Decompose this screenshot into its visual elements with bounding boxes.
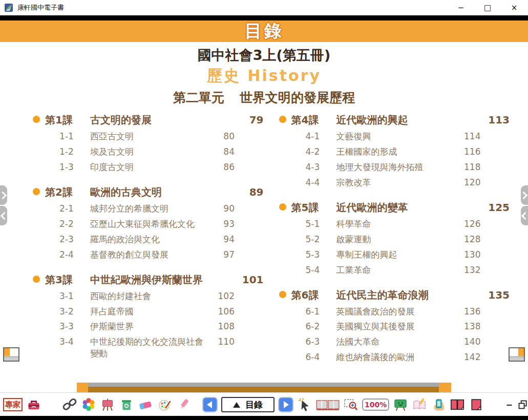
two-page-view-icon[interactable] <box>450 397 465 412</box>
lesson-title: 近代歐洲的變革 <box>336 201 485 215</box>
section-title: 中世紀後期的文化交流與社會變動 <box>90 336 210 360</box>
toc-section-item[interactable]: 4-2 王權國家的形成 116 <box>279 146 510 158</box>
lesson-page-number: 135 <box>485 288 510 302</box>
chalkboard-icon[interactable] <box>393 397 408 412</box>
toc-section-item[interactable]: 3-2 拜占庭帝國 106 <box>33 306 264 318</box>
phone-hand-glyph <box>431 397 446 412</box>
bullet-icon <box>33 188 40 195</box>
toolbox-glyph <box>27 397 41 412</box>
section-page-number: 97 <box>210 249 235 261</box>
toc-lesson-header[interactable]: 第1課 古文明的發展 79 <box>33 113 264 127</box>
one-page-view-glyph <box>469 397 483 412</box>
lesson-page-number: 89 <box>239 185 264 199</box>
bullet-icon <box>279 291 286 298</box>
toc-lesson-header[interactable]: 第4課 近代歐洲的興起 113 <box>279 113 510 127</box>
toc-section-item[interactable]: 6-2 美國獨立與其後發展 138 <box>279 321 510 332</box>
trash-glyph <box>119 397 134 412</box>
pointer-glyph <box>298 397 312 412</box>
app-window: 康軒國中電子書 − □ × 目錄 國中社會3上(第五冊) 歷史 History … <box>0 0 528 420</box>
horizontal-scrollbar[interactable] <box>77 383 451 392</box>
toolbar-minimize-button[interactable]: − <box>504 400 514 410</box>
section-title: 埃及古文明 <box>90 146 210 158</box>
toc-section-item[interactable]: 6-4 維也納會議後的歐洲 142 <box>279 351 510 363</box>
toc-section-item[interactable]: 2-4 基督教的創立與發展 97 <box>33 249 264 261</box>
one-page-view-icon[interactable] <box>469 397 484 412</box>
section-page-number: 90 <box>210 203 235 215</box>
scrollbar-thumb[interactable] <box>88 383 439 392</box>
easel-glyph <box>100 397 115 412</box>
triangle-left-icon <box>207 401 212 408</box>
toc-section-item[interactable]: 5-1 科學革命 126 <box>279 218 510 230</box>
toc-section-item[interactable]: 4-4 宗教改革 120 <box>279 177 510 188</box>
restore-glyph <box>518 400 528 410</box>
toc-section-item[interactable]: 5-3 專制王權的興起 130 <box>279 249 510 261</box>
section-page-number: 136 <box>456 306 481 318</box>
toc-section-item[interactable]: 1-2 埃及古文明 84 <box>33 146 264 158</box>
book-series-title: 國中社會3上(第五冊) <box>0 46 528 65</box>
section-number: 5-3 <box>306 249 336 261</box>
section-number: 3-2 <box>59 306 90 318</box>
notebook-icon[interactable] <box>412 397 427 412</box>
zoom-level-button[interactable]: 100% <box>362 398 389 411</box>
section-title: 美國獨立與其後發展 <box>336 321 456 332</box>
link-icon[interactable] <box>62 397 77 412</box>
bullet-icon <box>279 116 286 123</box>
toolbar-restore-button[interactable] <box>517 397 528 412</box>
toc-section-item[interactable]: 5-4 工業革命 132 <box>279 264 510 276</box>
pointer-icon[interactable] <box>297 397 312 412</box>
toc-lesson-header[interactable]: 第3課 中世紀歐洲與伊斯蘭世界 101 <box>33 273 264 287</box>
toc-section-item[interactable]: 6-3 法國大革命 140 <box>279 336 510 348</box>
right-nav-next-tab[interactable] <box>521 185 528 205</box>
highlighter-glyph <box>176 397 191 412</box>
window-minimize-button[interactable]: − <box>455 3 467 12</box>
unit-label: 第二單元 <box>173 90 224 105</box>
bottom-toolbar: 專家 <box>0 392 528 416</box>
toc-section-item[interactable]: 3-1 西歐的封建社會 102 <box>33 290 264 302</box>
toc-column: 第4課 近代歐洲的興起 113 4-1 文藝復興 114 4-2 王權國家的形成… <box>279 113 510 375</box>
toc-section-item[interactable]: 2-2 亞歷山大東征與希臘化文化 93 <box>33 218 264 230</box>
left-nav-next-tab[interactable] <box>0 185 7 205</box>
next-page-button[interactable] <box>278 397 293 412</box>
toc-column: 第1課 古文明的發展 79 1-1 西亞古文明 80 1-2 埃及古文明 84 … <box>33 113 264 375</box>
left-nav-prev-tab[interactable] <box>0 206 7 225</box>
expert-mode-button-left[interactable]: 專家 <box>3 398 23 412</box>
toc-section-item[interactable]: 6-1 英國議會政治的發展 136 <box>279 306 510 318</box>
toc-section-item[interactable]: 2-3 羅馬的政治與文化 94 <box>33 234 264 245</box>
chevron-right-icon <box>520 191 528 199</box>
window-maximize-button[interactable]: □ <box>482 3 493 12</box>
toc-section-item[interactable]: 5-2 啟蒙運動 128 <box>279 234 510 245</box>
toc-section-item[interactable]: 1-1 西亞古文明 80 <box>33 131 264 142</box>
trash-icon[interactable] <box>119 397 134 412</box>
lesson-number: 第4課 <box>291 113 336 127</box>
right-nav-prev-tab[interactable] <box>521 206 528 225</box>
section-title: 文藝復興 <box>336 131 456 142</box>
toc-section-item[interactable]: 3-3 伊斯蘭世界 108 <box>33 321 264 332</box>
toc-section-item[interactable]: 1-3 印度古文明 86 <box>33 161 264 173</box>
page-nav-box[interactable]: 目錄 <box>221 397 274 412</box>
toc-section-item[interactable]: 4-1 文藝復興 114 <box>279 131 510 142</box>
toc-section-item[interactable]: 3-4 中世紀後期的文化交流與社會變動 110 <box>33 336 264 360</box>
toc-lesson-header[interactable]: 第6課 近代民主的革命浪潮 135 <box>279 288 510 302</box>
phone-hand-icon[interactable] <box>431 397 446 412</box>
app-logo-icon <box>4 3 13 12</box>
toc-lesson-block: 第6課 近代民主的革命浪潮 135 6-1 英國議會政治的發展 136 6-2 … <box>279 288 510 364</box>
toc-lesson-header[interactable]: 第2課 歐洲的古典文明 89 <box>33 185 264 199</box>
toolbox-icon[interactable] <box>26 397 41 412</box>
lesson-number: 第2課 <box>45 185 90 199</box>
toc-section-item[interactable]: 2-1 城邦分立的希臘文明 90 <box>33 203 264 215</box>
pinwheel-icon[interactable] <box>81 397 96 412</box>
bottom-right-page-corner-icon[interactable] <box>509 347 525 362</box>
toc-section-item[interactable]: 4-3 地理大發現與海外拓殖 118 <box>279 161 510 173</box>
open-book-icon[interactable] <box>316 397 340 412</box>
zoom-select-icon[interactable] <box>343 397 358 412</box>
toc-lesson-header[interactable]: 第5課 近代歐洲的變革 125 <box>279 201 510 215</box>
eraser-icon[interactable] <box>138 397 153 412</box>
section-number: 1-3 <box>59 161 90 173</box>
window-close-button[interactable]: × <box>509 3 520 12</box>
unit-title: 世界文明的發展歷程 <box>240 90 355 105</box>
bottom-left-page-corner-icon[interactable] <box>3 347 19 362</box>
highlighter-icon[interactable] <box>176 397 191 412</box>
palette-icon[interactable] <box>157 397 172 412</box>
easel-icon[interactable] <box>100 397 115 412</box>
prev-page-button[interactable] <box>202 397 218 412</box>
